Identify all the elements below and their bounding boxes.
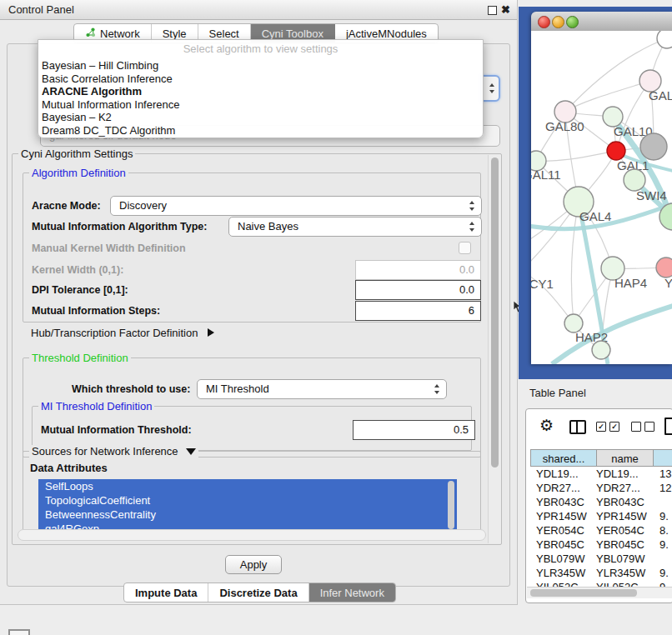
node-label-gal4: GAL4: [579, 209, 611, 223]
node-label-gcy1: GCY1: [531, 277, 554, 291]
bottom-tab-impute-data[interactable]: Impute Data: [124, 583, 208, 602]
table-cell: YBL079W: [596, 552, 645, 565]
minimize-traffic-light-icon[interactable]: [552, 16, 564, 28]
algorithm-option-aracne-algorithm[interactable]: ARACNE Algorithm: [42, 85, 479, 98]
mi-threshold-definition-title: MI Threshold Definition: [38, 400, 154, 412]
bottom-tab-infer-network[interactable]: Infer Network: [309, 583, 395, 602]
document-icon[interactable]: [664, 418, 672, 435]
network-view-window: GALGAL80GAL10GAL1GAL11SWI4GAL4GCY1HAP4YH…: [531, 12, 672, 364]
algorithm-option-bayesian-k2[interactable]: Bayesian – K2: [42, 111, 479, 124]
node-label-y: Y: [664, 276, 672, 290]
which-threshold-combo[interactable]: MI Threshold: [197, 379, 447, 399]
table-cell: 8.: [659, 524, 669, 537]
network-icon: [85, 27, 96, 40]
table-scrollbar-thumb[interactable]: [530, 589, 637, 597]
close-traffic-light-icon[interactable]: [538, 16, 550, 28]
table-row[interactable]: YLR345WYLR345W9.: [526, 567, 672, 581]
network-node-y[interactable]: [656, 258, 672, 278]
threshold-definition-group: Threshold Definition Which threshold to …: [23, 358, 481, 458]
mi-algorithm-type-combo[interactable]: Naive Bayes: [228, 217, 482, 237]
table-cell: 12: [659, 482, 671, 494]
data-attributes-list[interactable]: SelfLoopsTopologicalCoefficientBetweenne…: [38, 479, 457, 536]
table-row[interactable]: YBR045CYBR045C9.: [526, 538, 672, 552]
table-cell: YPR145W: [536, 510, 587, 522]
dpi-tolerance-field[interactable]: 0.0: [355, 280, 481, 300]
column-header-name[interactable]: name: [596, 449, 654, 467]
network-node-gal1[interactable]: [607, 142, 625, 160]
stepper-arrows-icon: [489, 83, 495, 93]
table-row[interactable]: YPR145WYPR145W9.: [526, 510, 672, 524]
table-cell: YDR27...: [596, 482, 640, 494]
data-attributes-label: Data Attributes: [30, 462, 108, 474]
table-cell: YER054C: [596, 524, 644, 537]
manual-kernel-checkbox[interactable]: [459, 242, 471, 254]
table-row[interactable]: YBR043CYBR043C: [526, 496, 672, 510]
hub-definition-expander[interactable]: Hub/Transcription Factor Definition: [31, 327, 214, 339]
unchecked-checkbox-icon[interactable]: [644, 422, 654, 432]
settings-vertical-scrollbar[interactable]: [488, 155, 501, 543]
table-cell: YBR045C: [596, 538, 644, 551]
mi-type-label: Mutual Information Algorithm Type:: [32, 221, 207, 232]
network-node[interactable]: [592, 341, 610, 359]
settings-scrollbar-thumb[interactable]: [491, 158, 499, 468]
gear-icon[interactable]: ⚙: [539, 418, 554, 434]
kernel-width-field[interactable]: 0.0: [355, 260, 481, 280]
table-cell: YLR345W: [596, 567, 645, 579]
expander-right-arrow-icon: [208, 328, 214, 337]
mi-threshold-label: Mutual Information Threshold:: [41, 424, 192, 436]
expander-down-arrow-icon: [186, 448, 196, 455]
node-label-gal: GAL: [649, 88, 672, 102]
apply-button[interactable]: Apply: [225, 555, 282, 574]
unchecked-checkbox-icon[interactable]: [631, 422, 641, 432]
network-canvas[interactable]: GALGAL80GAL10GAL1GAL11SWI4GAL4GCY1HAP4YH…: [531, 31, 672, 364]
aracne-mode-value: Discovery: [119, 199, 167, 212]
table-row[interactable]: YER054CYER054C8.: [526, 524, 672, 538]
tab-label: Network: [100, 28, 140, 40]
table-cell: YDR27...: [536, 482, 580, 494]
network-node[interactable]: [640, 133, 667, 160]
threshold-definition-title: Threshold Definition: [29, 352, 131, 364]
algorithm-option-dream8-dc-tdc-algorithm[interactable]: Dream8 DC_TDC Algorithm: [42, 124, 479, 138]
close-icon[interactable]: ✖: [501, 2, 510, 17]
bottom-tab-discretize-data[interactable]: Discretize Data: [208, 583, 308, 602]
stepper-arrows-icon: [469, 222, 475, 232]
column-header-shared-[interactable]: shared...: [530, 449, 597, 467]
table-horizontal-scrollbar[interactable]: [527, 587, 672, 598]
float-window-icon[interactable]: [488, 6, 497, 15]
table-cell: YBR043C: [536, 496, 584, 508]
node-label-hap4: HAP4: [614, 276, 647, 290]
attribute-item-selfloops[interactable]: SelfLoops: [38, 479, 457, 493]
table-cell: 9.: [659, 538, 669, 551]
attribute-item-topologicalcoefficient[interactable]: TopologicalCoefficient: [38, 493, 457, 508]
aracne-mode-combo[interactable]: Discovery: [110, 196, 482, 216]
stepper-arrows-icon: [469, 201, 475, 211]
list-scrollbar-thumb[interactable]: [448, 481, 454, 529]
screen: Control Panel ✖ NetworkStyleSelectCyni T…: [0, 0, 672, 635]
bottom-left-partial-icon[interactable]: [8, 629, 30, 635]
table-cell: YBR045C: [536, 538, 584, 551]
mi-steps-field[interactable]: 6: [355, 301, 481, 321]
table-row[interactable]: YDL19...YDL19...13: [526, 468, 672, 482]
control-panel-window: Control Panel ✖ NetworkStyleSelectCyni T…: [0, 0, 518, 605]
checked-checkbox-icon[interactable]: ✓: [609, 422, 619, 432]
checked-checkbox-icon[interactable]: ✓: [596, 422, 606, 432]
algorithm-option-bayesian-hill-climbing[interactable]: Bayesian – Hill Climbing: [42, 59, 479, 72]
algorithm-option-mutual-information-inference[interactable]: Mutual Information Inference: [42, 98, 479, 112]
settings-horizontal-scrollbar[interactable]: [18, 529, 486, 541]
split-columns-icon[interactable]: [569, 420, 586, 434]
table-cell: YDL19...: [596, 468, 639, 480]
sources-group: Sources for Network Inference Data Attri…: [23, 451, 481, 538]
column-header-partial[interactable]: [653, 449, 672, 467]
algorithm-option-basic-correlation-inference[interactable]: Basic Correlation Inference: [42, 72, 479, 86]
mi-threshold-field[interactable]: 0.5: [353, 420, 475, 440]
mi-threshold-definition-group: MI Threshold Definition Mutual Informati…: [32, 406, 472, 451]
dpi-tolerance-label: DPI Tolerance [0,1]:: [32, 284, 128, 296]
sources-title-text: Sources for Network Inference: [32, 445, 178, 458]
network-node[interactable]: [657, 31, 672, 48]
table-row[interactable]: YBL079WYBL079W: [526, 552, 672, 567]
sources-group-title[interactable]: Sources for Network Inference: [29, 445, 198, 458]
attribute-item-betweennesscentrality[interactable]: BetweennessCentrality: [38, 508, 457, 522]
table-row[interactable]: YDR27...YDR27...12: [526, 482, 672, 496]
network-window-titlebar[interactable]: [531, 12, 672, 32]
zoom-traffic-light-icon[interactable]: [566, 16, 579, 28]
